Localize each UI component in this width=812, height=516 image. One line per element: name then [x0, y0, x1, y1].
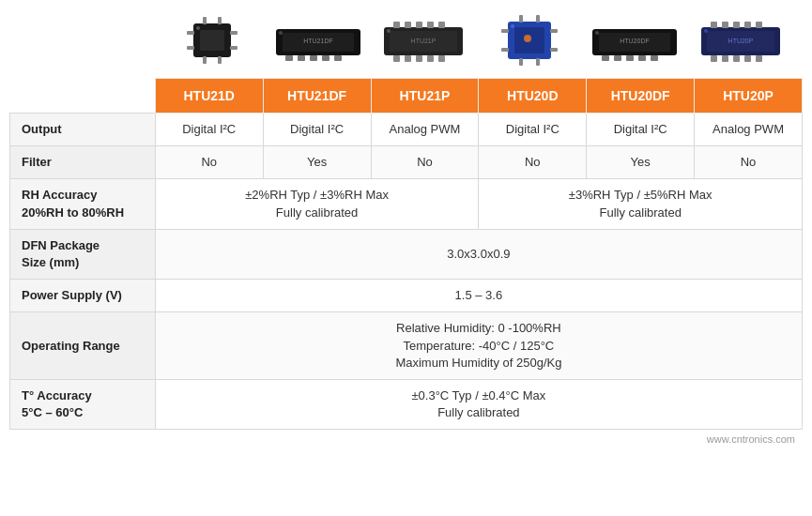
svg-rect-38 [550, 29, 558, 33]
svg-rect-62 [756, 22, 762, 28]
cell-output-htu21df: Digital I²C [263, 114, 371, 146]
cell-rh-accuracy-right: ±3%RH Typ / ±5%RH Max Fully calibrated [479, 179, 803, 229]
svg-rect-37 [501, 48, 509, 52]
svg-text:HTU20P: HTU20P [728, 38, 753, 44]
svg-point-10 [196, 26, 200, 30]
cell-output-htu20d: Digital I²C [479, 114, 587, 146]
svg-point-45 [524, 35, 531, 42]
cell-filter-htu20p: No [695, 146, 803, 179]
cell-output-htu20p: Analog PWM [695, 114, 803, 146]
label-power-supply: Power Supply (V) [10, 280, 156, 312]
component-htu20df: HTU20DF [582, 9, 688, 70]
svg-point-68 [704, 29, 708, 33]
svg-rect-28 [393, 55, 400, 62]
label-t-accuracy: T° Accuracy 5°C – 60°C [10, 379, 156, 429]
svg-rect-18 [334, 55, 342, 61]
cell-filter-htu20d: No [479, 146, 587, 179]
svg-rect-52 [638, 55, 646, 61]
svg-rect-42 [519, 58, 523, 66]
label-output: Output [10, 114, 156, 146]
label-rh-accuracy: RH Accuracy 20%RH to 80%RH [10, 179, 156, 229]
comparison-table: HTU21D HTU21DF HTU21P HTU20D HTU20DF HTU… [9, 78, 803, 430]
cell-operating-range: Relative Humidity: 0 -100%RH Temperature… [155, 312, 802, 380]
svg-text:HTU20DF: HTU20DF [620, 38, 650, 44]
header-htu21d: HTU21D [155, 79, 263, 114]
svg-point-54 [595, 31, 599, 35]
svg-rect-26 [427, 22, 434, 28]
svg-rect-23 [393, 22, 400, 28]
svg-rect-61 [744, 22, 751, 28]
cell-output-htu21p: Analog PWM [371, 114, 479, 146]
svg-rect-30 [416, 55, 422, 62]
svg-rect-5 [230, 46, 237, 50]
svg-rect-9 [218, 56, 222, 64]
svg-text:HTU21DF: HTU21DF [303, 38, 333, 44]
watermark: www.cntronics.com [9, 430, 803, 445]
component-htu21df: HTU21DF [266, 9, 372, 70]
header-empty [10, 79, 156, 114]
svg-rect-59 [722, 22, 728, 28]
svg-rect-8 [203, 56, 207, 64]
svg-point-33 [387, 29, 391, 33]
cell-filter-htu21df: Yes [263, 146, 371, 179]
svg-point-19 [279, 31, 283, 35]
svg-rect-16 [310, 55, 317, 61]
components-row: HTU21DF HTU21P [9, 9, 803, 78]
cell-output-htu21d: Digital I²C [155, 114, 263, 146]
page-wrapper: HTU21DF HTU21P [0, 0, 812, 449]
svg-rect-6 [203, 17, 207, 24]
svg-rect-65 [733, 55, 740, 62]
cell-rh-accuracy-left: ±2%RH Typ / ±3%RH Max Fully calibrated [155, 179, 479, 229]
svg-rect-3 [187, 46, 194, 50]
cell-filter-htu21d: No [155, 146, 263, 179]
svg-rect-1 [200, 30, 224, 51]
cell-power-supply: 1.5 – 3.6 [155, 280, 802, 312]
component-htu20d [477, 9, 583, 70]
svg-rect-27 [438, 22, 445, 28]
svg-rect-31 [427, 55, 434, 62]
svg-rect-41 [536, 15, 540, 23]
svg-rect-2 [187, 31, 194, 35]
svg-rect-50 [614, 55, 621, 61]
cell-t-accuracy: ±0.3°C Typ / ±0.4°C Max Fully calibrated [155, 379, 802, 429]
row-power-supply: Power Supply (V) 1.5 – 3.6 [10, 280, 803, 312]
svg-rect-60 [733, 22, 740, 28]
svg-rect-32 [438, 55, 445, 62]
component-htu20p: HTU20P [688, 9, 794, 70]
row-dfn-package: DFN Package Size (mm) 3.0x3.0x0.9 [10, 229, 803, 279]
svg-rect-51 [626, 55, 634, 61]
svg-rect-67 [756, 55, 762, 62]
component-htu21p: HTU21P [371, 9, 477, 70]
header-htu21df: HTU21DF [263, 79, 371, 114]
header-htu20df: HTU20DF [587, 79, 695, 114]
header-htu20p: HTU20P [695, 79, 803, 114]
svg-rect-64 [722, 55, 728, 62]
header-htu20d: HTU20D [479, 79, 587, 114]
svg-rect-43 [536, 58, 540, 66]
svg-point-44 [511, 24, 514, 28]
row-output: Output Digital I²C Digital I²C Analog PW… [10, 114, 803, 146]
row-rh-accuracy: RH Accuracy 20%RH to 80%RH ±2%RH Typ / ±… [10, 179, 803, 229]
row-filter: Filter No Yes No No Yes No [10, 146, 803, 179]
svg-rect-40 [519, 15, 523, 23]
label-filter: Filter [10, 146, 156, 179]
svg-rect-63 [711, 55, 717, 62]
svg-rect-24 [405, 22, 411, 28]
row-t-accuracy: T° Accuracy 5°C – 60°C ±0.3°C Typ / ±0.4… [10, 379, 803, 429]
svg-rect-66 [744, 55, 751, 62]
header-htu21p: HTU21P [371, 79, 479, 114]
svg-rect-58 [711, 22, 717, 28]
cell-dfn-package: 3.0x3.0x0.9 [155, 229, 802, 279]
svg-rect-49 [602, 55, 609, 61]
svg-rect-15 [298, 55, 305, 61]
cell-filter-htu21p: No [371, 146, 479, 179]
svg-rect-25 [416, 22, 422, 28]
cell-output-htu20df: Digital I²C [587, 114, 695, 146]
svg-rect-53 [651, 55, 658, 61]
svg-rect-7 [218, 17, 222, 24]
row-operating-range: Operating Range Relative Humidity: 0 -10… [10, 312, 803, 380]
svg-rect-29 [405, 55, 411, 62]
svg-rect-4 [230, 31, 237, 35]
component-htu21d [160, 9, 266, 70]
svg-rect-17 [322, 55, 329, 61]
